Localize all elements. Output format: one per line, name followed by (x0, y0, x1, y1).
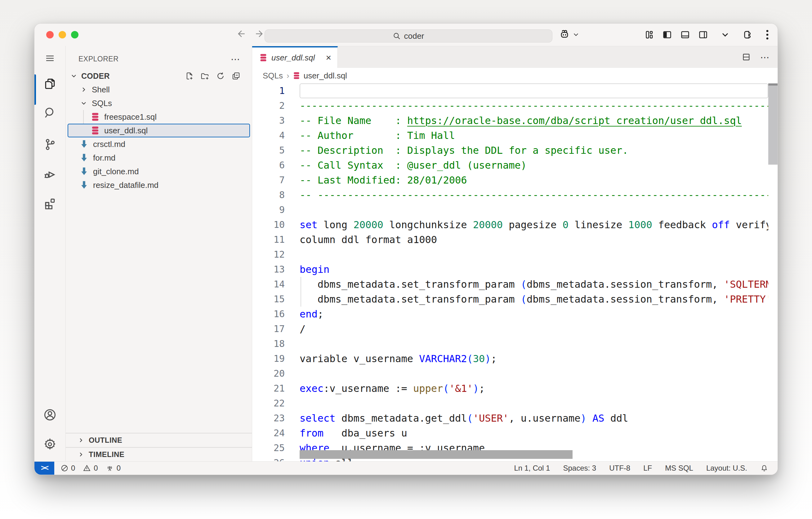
tree-item-sqls[interactable]: SQLs (66, 96, 252, 110)
editor-more-actions-icon[interactable]: ⋯ (760, 52, 770, 63)
tree-item-user-ddl[interactable]: user_ddl.sql (68, 124, 250, 138)
line-number[interactable]: 6 (252, 158, 285, 173)
tree-item-git-clone[interactable]: git_clone.md (66, 164, 252, 178)
tree-item-for[interactable]: for.md (66, 151, 252, 164)
code-line[interactable] (300, 366, 768, 381)
code-lines[interactable]: ----------------------------------------… (300, 83, 768, 461)
tree-item-crsctl[interactable]: crsctl.md (66, 138, 252, 151)
breadcrumb-folder[interactable]: SQLs (263, 71, 283, 81)
tab-user-ddl[interactable]: user_ddl.sql × (252, 46, 338, 68)
warnings-status[interactable]: 0 (83, 464, 98, 472)
line-number[interactable]: 4 (252, 128, 285, 143)
code-line[interactable]: -- Call Syntax : @user_ddl (username) (300, 158, 768, 173)
layout-chevron-down-icon[interactable] (721, 31, 729, 39)
ports-status[interactable]: 0 (106, 464, 121, 472)
code-line[interactable]: -- File Name : https://oracle-base.com/d… (300, 113, 768, 128)
timeline-panel-header[interactable]: TIMELINE (66, 447, 252, 461)
line-number[interactable]: 19 (252, 351, 285, 366)
code-line[interactable]: / (300, 322, 768, 336)
line-number[interactable]: 12 (252, 247, 285, 262)
remote-indicator[interactable]: >< (34, 462, 54, 475)
workspace-section-header[interactable]: CODER (66, 69, 252, 83)
search-view-icon[interactable] (34, 106, 65, 120)
minimize-window-button[interactable] (59, 31, 66, 38)
line-number[interactable]: 10 (252, 217, 285, 232)
explorer-more-actions-icon[interactable]: ⋯ (231, 54, 240, 64)
problems-status[interactable]: 0 (60, 464, 75, 472)
encoding-setting[interactable]: UTF-8 (609, 464, 630, 472)
customize-layout-icon[interactable] (644, 30, 654, 40)
code-line[interactable] (300, 396, 768, 411)
vertical-scrollbar[interactable] (768, 83, 778, 164)
split-editor-icon[interactable] (742, 52, 751, 62)
line-number[interactable]: 16 (252, 307, 285, 322)
code-line[interactable]: -- Description : Displays the DDL for a … (300, 143, 768, 158)
settings-gear-icon[interactable] (34, 437, 65, 451)
line-number[interactable]: 14 (252, 277, 285, 292)
line-number[interactable]: 13 (252, 262, 285, 277)
line-number[interactable]: 15 (252, 292, 285, 307)
code-line[interactable]: exec:v_username := upper('&1'); (300, 381, 768, 396)
code-line[interactable]: from dba_users u (300, 426, 768, 440)
toggle-primary-sidebar-icon[interactable] (662, 30, 672, 40)
outline-panel-header[interactable]: OUTLINE (66, 433, 252, 447)
code-line[interactable] (300, 83, 768, 98)
code-line[interactable]: end; (300, 307, 768, 322)
code-line[interactable]: begin (300, 262, 768, 277)
extensions-view-icon[interactable] (34, 196, 65, 210)
navigate-forward-button[interactable] (255, 29, 265, 39)
menu-icon[interactable] (34, 52, 65, 65)
extensions-puzzle-icon[interactable] (742, 29, 753, 40)
eol-setting[interactable]: LF (643, 464, 652, 472)
line-number[interactable]: 8 (252, 188, 285, 203)
close-window-button[interactable] (46, 31, 54, 38)
code-line[interactable]: -- Author : Tim Hall (300, 128, 768, 143)
line-number[interactable]: 25 (252, 440, 285, 455)
new-file-icon[interactable] (185, 71, 194, 81)
code-line[interactable]: column ddl format a1000 (300, 232, 768, 247)
line-number[interactable]: 11 (252, 232, 285, 247)
vertical-scrollbar-track[interactable] (768, 83, 778, 461)
line-number[interactable]: 26 (252, 455, 285, 461)
close-tab-icon[interactable]: × (326, 53, 331, 62)
line-number[interactable]: 17 (252, 322, 285, 336)
code-line[interactable]: dbms_metadata.set_transform_param (dbms_… (300, 277, 768, 292)
code-line[interactable] (300, 247, 768, 262)
line-number[interactable]: 7 (252, 173, 285, 188)
navigate-back-button[interactable] (235, 29, 246, 39)
refresh-icon[interactable] (216, 71, 225, 81)
code-line[interactable]: set long 20000 longchunksize 20000 pages… (300, 217, 768, 232)
code-line[interactable]: -- -------------------------------------… (300, 188, 768, 203)
code-line[interactable]: select dbms_metadata.get_ddl('USER', u.u… (300, 411, 768, 426)
code-line[interactable]: -- Last Modified: 28/01/2006 (300, 173, 768, 188)
command-center-search[interactable]: coder (265, 29, 552, 42)
tree-item-freespace1[interactable]: freespace1.sql (66, 110, 252, 124)
copilot-menu-chevron-icon[interactable] (573, 31, 579, 37)
code-line[interactable] (300, 203, 768, 217)
tree-item-resize-datafile[interactable]: resize_datafile.md (66, 178, 252, 192)
line-number[interactable]: 22 (252, 396, 285, 411)
explorer-icon[interactable] (34, 77, 65, 91)
kebab-menu-icon[interactable] (766, 29, 769, 40)
breadcrumb-file[interactable]: user_ddl.sql (303, 71, 347, 81)
cursor-position[interactable]: Ln 1, Col 1 (514, 464, 550, 472)
toggle-panel-icon[interactable] (680, 30, 690, 40)
tree-item-shell[interactable]: Shell (66, 83, 252, 96)
keyboard-layout[interactable]: Layout: U.S. (706, 464, 747, 472)
run-debug-icon[interactable] (34, 167, 65, 181)
language-mode[interactable]: MS SQL (665, 464, 693, 472)
horizontal-scrollbar[interactable] (300, 450, 573, 459)
code-line[interactable] (300, 336, 768, 351)
account-icon[interactable] (34, 408, 65, 422)
line-number[interactable]: 24 (252, 426, 285, 440)
code-line[interactable]: ----------------------------------------… (300, 98, 768, 113)
notifications-bell-icon[interactable] (760, 464, 768, 472)
code-editor[interactable]: 1234567891011121314151617181920212223242… (252, 83, 778, 461)
line-number[interactable]: 18 (252, 336, 285, 351)
line-number[interactable]: 23 (252, 411, 285, 426)
copilot-icon[interactable] (559, 29, 570, 40)
zoom-window-button[interactable] (71, 31, 79, 38)
collapse-folders-icon[interactable] (231, 71, 241, 81)
new-folder-icon[interactable] (200, 71, 210, 81)
line-number[interactable]: 1 (252, 83, 285, 98)
